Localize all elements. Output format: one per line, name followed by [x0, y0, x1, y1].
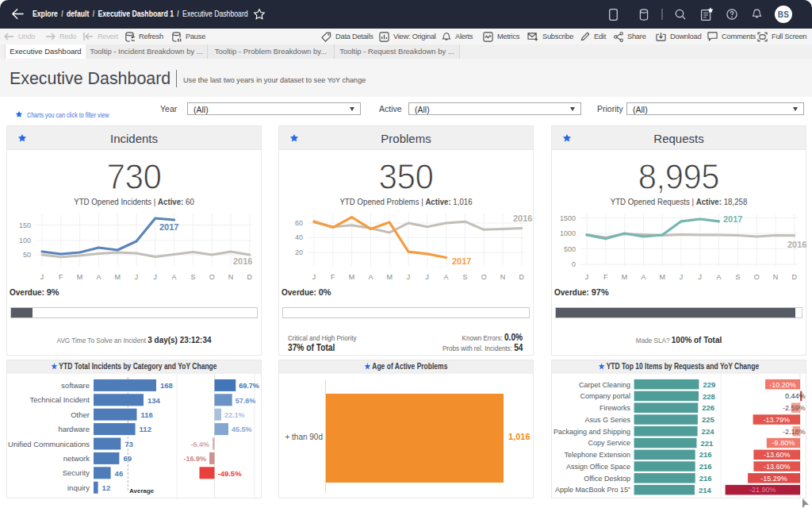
svg-text:221: 221 — [701, 439, 714, 448]
svg-text:1,016: 1,016 — [508, 432, 530, 441]
svg-text:69: 69 — [123, 454, 132, 463]
svg-text:500: 500 — [564, 245, 576, 253]
svg-text:J: J — [426, 273, 430, 281]
svg-text:N: N — [773, 273, 779, 281]
svg-text:20: 20 — [295, 248, 303, 256]
svg-text:+ than 90d: + than 90d — [285, 433, 323, 441]
svg-text:2017: 2017 — [452, 256, 471, 266]
svg-text:J: J — [585, 273, 589, 281]
svg-text:D: D — [247, 273, 253, 281]
svg-text:hardware: hardware — [58, 425, 90, 433]
svg-text:Asus G Series: Asus G Series — [584, 416, 630, 424]
svg-text:M: M — [386, 273, 393, 281]
svg-text:60: 60 — [295, 219, 303, 227]
svg-text:57.6%: 57.6% — [236, 397, 256, 405]
svg-text:J: J — [407, 273, 411, 281]
svg-text:Technical Incident: Technical Incident — [29, 395, 90, 404]
svg-text:2017: 2017 — [159, 222, 178, 232]
svg-text:N: N — [500, 273, 506, 281]
svg-text:112: 112 — [140, 425, 151, 433]
svg-text:A: A — [717, 273, 722, 281]
svg-text:229: 229 — [703, 380, 715, 389]
svg-text:J: J — [312, 273, 316, 281]
svg-text:150: 150 — [19, 221, 31, 229]
svg-text:-15.29%: -15.29% — [760, 475, 787, 483]
svg-text:216: 216 — [699, 462, 712, 471]
svg-text:S: S — [190, 273, 195, 281]
svg-text:2017: 2017 — [723, 214, 742, 224]
svg-text:-6.4%: -6.4% — [190, 441, 209, 448]
svg-text:M: M — [622, 273, 628, 281]
svg-text:F: F — [331, 273, 335, 281]
svg-text:S: S — [462, 273, 467, 281]
svg-text:Assign Office Space: Assign Office Space — [566, 463, 630, 471]
svg-text:Security: Security — [63, 468, 90, 477]
svg-text:M: M — [349, 273, 355, 281]
svg-text:Average: Average — [129, 487, 155, 495]
svg-text:Carpet Cleaning: Carpet Cleaning — [579, 381, 630, 389]
svg-text:software: software — [61, 381, 90, 390]
svg-text:69.7%: 69.7% — [239, 382, 259, 390]
svg-text:228: 228 — [703, 392, 715, 401]
svg-text:Company portal: Company portal — [580, 392, 630, 400]
svg-text:N: N — [228, 273, 234, 281]
svg-text:1500: 1500 — [560, 214, 576, 222]
svg-text:O: O — [209, 273, 215, 281]
svg-text:216: 216 — [699, 474, 712, 483]
svg-text:216: 216 — [699, 450, 712, 459]
svg-text:12: 12 — [102, 483, 111, 492]
svg-text:inquiry: inquiry — [67, 483, 90, 492]
svg-text:M: M — [659, 273, 665, 281]
svg-text:45.5%: 45.5% — [232, 425, 252, 433]
svg-text:-49.5%: -49.5% — [218, 469, 243, 478]
svg-text:network: network — [63, 454, 90, 463]
svg-text:224: 224 — [702, 427, 715, 436]
svg-text:-2.59%: -2.59% — [783, 404, 806, 412]
svg-text:Copy Service: Copy Service — [588, 439, 630, 447]
svg-text:-21.90%: -21.90% — [749, 486, 776, 494]
svg-text:46: 46 — [115, 469, 124, 478]
svg-text:A: A — [96, 273, 101, 281]
svg-text:226: 226 — [702, 403, 714, 412]
svg-text:214: 214 — [699, 486, 712, 495]
svg-text:-2.18%: -2.18% — [783, 428, 806, 436]
svg-text:2016: 2016 — [233, 256, 252, 266]
svg-text:M: M — [114, 273, 121, 281]
svg-text:40: 40 — [295, 233, 303, 241]
svg-text:Fireworks: Fireworks — [599, 404, 631, 412]
svg-text:A: A — [172, 273, 177, 281]
svg-text:-10.20%: -10.20% — [769, 381, 796, 389]
svg-text:116: 116 — [141, 410, 153, 419]
svg-text:-16.9%: -16.9% — [183, 455, 206, 463]
svg-text:D: D — [792, 273, 798, 281]
svg-text:Office Desktop: Office Desktop — [584, 475, 630, 483]
svg-text:100: 100 — [19, 237, 31, 244]
svg-text:73: 73 — [124, 440, 133, 448]
svg-text:50: 50 — [23, 251, 31, 259]
svg-text:0.44%: 0.44% — [785, 392, 806, 400]
svg-text:F: F — [603, 273, 608, 281]
svg-text:J: J — [699, 273, 703, 281]
svg-text:134: 134 — [147, 396, 161, 405]
svg-text:F: F — [59, 273, 63, 281]
svg-text:J: J — [154, 273, 158, 281]
svg-text:A: A — [444, 273, 449, 281]
svg-text:A: A — [641, 273, 645, 281]
svg-text:168: 168 — [160, 381, 173, 390]
svg-text:S: S — [735, 273, 740, 281]
svg-text:O: O — [754, 273, 760, 281]
svg-text:Other: Other — [71, 410, 90, 419]
svg-text:Telephone Extension: Telephone Extension — [564, 451, 630, 459]
svg-text:Unified Communications: Unified Communications — [8, 440, 90, 448]
svg-text:-13.60%: -13.60% — [764, 463, 791, 471]
svg-text:-13.79%: -13.79% — [764, 416, 791, 424]
svg-text:O: O — [481, 273, 487, 281]
svg-text:2016: 2016 — [787, 240, 806, 249]
svg-text:J: J — [40, 273, 44, 281]
svg-text:-9.80%: -9.80% — [772, 439, 795, 447]
svg-text:2016: 2016 — [513, 214, 532, 223]
svg-text:1000: 1000 — [560, 229, 576, 237]
svg-text:D: D — [519, 273, 525, 281]
svg-text:J: J — [680, 273, 684, 281]
svg-text:J: J — [135, 273, 139, 281]
